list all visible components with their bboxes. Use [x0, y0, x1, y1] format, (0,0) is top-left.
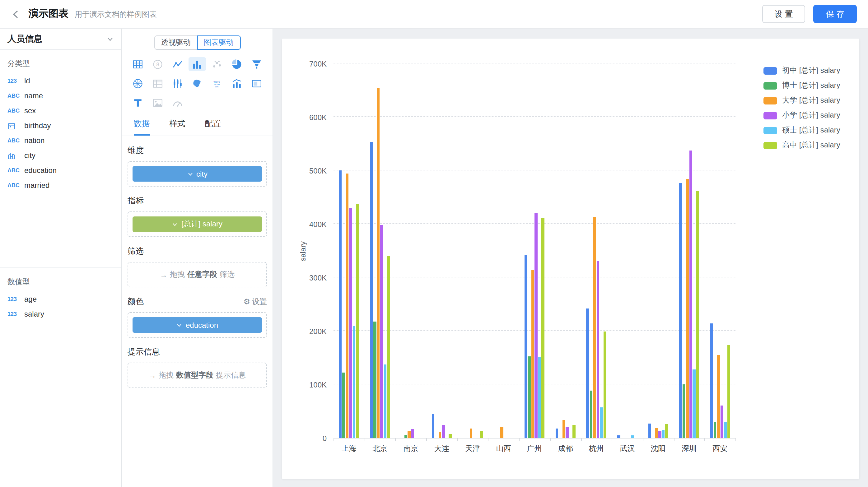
text-type-icon: ABC	[7, 167, 24, 173]
field-item-birthday[interactable]: birthday	[0, 118, 121, 133]
arrow-right-icon: →	[160, 270, 167, 279]
metric-dropzone[interactable]: [总计] salary	[128, 212, 267, 237]
field-item-city[interactable]: city	[0, 148, 121, 163]
word-cloud-icon[interactable]: wordcloudabc	[208, 76, 225, 90]
chart-canvas: salary 初中 [总计] salary博士 [总计] salary大学 [总…	[273, 29, 868, 487]
bar	[404, 435, 407, 438]
legend-item[interactable]: 初中 [总计] salary	[764, 67, 840, 75]
color-pill-education[interactable]: education	[132, 317, 262, 333]
bar	[528, 357, 531, 438]
config-body: 维度 city 指标 [总计] salary	[122, 145, 273, 388]
back-button[interactable]	[9, 6, 24, 22]
pie-chart-icon[interactable]	[228, 57, 245, 71]
y-tick-label: 100K	[282, 381, 327, 389]
chart-config-panel: 透视驱动图表驱动 8wordcloudabc 数据样式配置 维度 city 指标	[122, 29, 273, 487]
settings-button[interactable]: 设 置	[762, 5, 805, 23]
legend-label: 博士 [总计] salary	[782, 80, 840, 91]
legend-swatch	[764, 111, 777, 119]
x-tick	[488, 438, 489, 441]
x-tick	[643, 438, 643, 441]
save-button[interactable]: 保 存	[813, 5, 857, 23]
field-name: salary	[24, 310, 44, 319]
bar-group-上海	[334, 64, 364, 438]
legend-item[interactable]: 大学 [总计] salary	[764, 96, 840, 104]
text-type-icon: ABC	[7, 93, 24, 99]
field-item-nation[interactable]: ABCnation	[0, 133, 121, 148]
dataset-selector[interactable]: 人员信息	[0, 29, 121, 50]
bar	[727, 345, 730, 438]
bar	[686, 179, 689, 438]
header-actions: 设 置 保 存	[762, 5, 857, 23]
chevron-left-icon	[10, 8, 22, 20]
field-name: age	[24, 295, 37, 303]
field-item-married[interactable]: ABCmarried	[0, 178, 121, 193]
bar	[724, 422, 726, 438]
radar-chart-icon[interactable]	[129, 76, 147, 90]
numeric-type-icon: 123	[7, 78, 24, 84]
line-chart-icon[interactable]	[169, 57, 186, 71]
legend-swatch	[764, 82, 777, 89]
text-icon[interactable]	[129, 96, 147, 109]
config-tab-配置[interactable]: 配置	[205, 118, 221, 136]
bar	[655, 428, 658, 438]
chevron-down-icon	[187, 171, 193, 177]
table-icon[interactable]	[129, 57, 147, 71]
field-item-sex[interactable]: ABCsex	[0, 103, 121, 118]
bar	[449, 434, 452, 438]
legend-item[interactable]: 硕士 [总计] salary	[764, 126, 840, 134]
x-tick	[550, 438, 551, 441]
bar-chart-icon[interactable]	[189, 57, 206, 71]
legend-item[interactable]: 博士 [总计] salary	[764, 82, 840, 90]
legend-item[interactable]: 高中 [总计] salary	[764, 141, 840, 149]
candlestick-chart-icon[interactable]	[169, 76, 186, 90]
bar-group-西安	[705, 64, 736, 438]
metric-pill-salary[interactable]: [总计] salary	[132, 217, 262, 232]
field-item-age[interactable]: 123age	[0, 292, 121, 306]
mode-tab-透视驱动[interactable]: 透视驱动	[154, 35, 197, 50]
x-tick	[364, 438, 365, 441]
bar	[346, 173, 349, 438]
bar	[343, 372, 345, 438]
combo-chart-icon[interactable]	[228, 76, 245, 90]
bar	[535, 213, 537, 438]
bar	[370, 142, 373, 438]
bar	[480, 431, 483, 438]
field-name: id	[24, 76, 30, 85]
funnel-chart-icon[interactable]	[248, 57, 265, 71]
field-item-id[interactable]: 123id	[0, 73, 121, 88]
field-item-name[interactable]: ABCname	[0, 88, 121, 103]
mode-tabs: 透视驱动图表驱动	[122, 35, 273, 50]
bar-group-武汉	[612, 64, 643, 438]
legend-label: 小学 [总计] salary	[782, 110, 840, 121]
field-item-education[interactable]: ABCeducation	[0, 163, 121, 178]
tooltip-dropzone[interactable]: →拖拽数值型字段提示信息	[128, 363, 267, 388]
bar	[469, 429, 472, 438]
bar	[555, 429, 558, 438]
bar	[597, 261, 599, 438]
bar	[600, 408, 603, 438]
config-tab-样式[interactable]: 样式	[169, 118, 185, 136]
x-category-label: 西安	[695, 444, 745, 454]
image-icon	[149, 96, 166, 109]
bar	[432, 414, 435, 438]
config-tab-数据[interactable]: 数据	[134, 118, 150, 136]
bar	[665, 424, 668, 438]
field-item-salary[interactable]: 123salary	[0, 306, 121, 322]
mode-tab-图表驱动[interactable]: 图表驱动	[197, 35, 241, 50]
bar	[356, 204, 359, 438]
color-settings-button[interactable]: ⚙设置	[243, 296, 267, 307]
bar	[689, 151, 692, 438]
map-chart-icon[interactable]	[189, 76, 206, 90]
bar	[380, 225, 383, 438]
filter-dropzone[interactable]: →拖拽任意字段筛选	[128, 262, 267, 287]
color-dropzone[interactable]: education	[128, 312, 267, 338]
legend-item[interactable]: 小学 [总计] salary	[764, 111, 840, 120]
dimension-dropzone[interactable]: city	[128, 161, 267, 187]
dimension-section-label: 维度	[128, 145, 144, 156]
bar	[593, 217, 596, 438]
dimension-pill-city[interactable]: city	[132, 166, 262, 182]
page-subtitle: 用于演示文档的样例图表	[75, 9, 157, 20]
bar	[693, 369, 695, 438]
panel-icon[interactable]	[248, 76, 265, 90]
legend-label: 大学 [总计] salary	[782, 95, 840, 106]
